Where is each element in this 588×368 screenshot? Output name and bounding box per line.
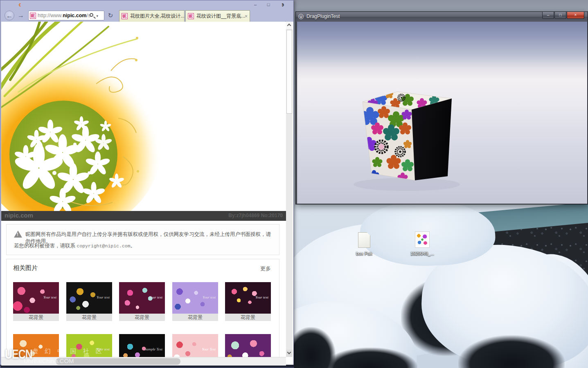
thumbnail-overlay-text: Your Text bbox=[202, 347, 216, 351]
warning-icon bbox=[14, 231, 22, 238]
copyright-notice: 昵图网所有作品均是用户自行上传分享并拥有版权或使用权，仅供网友学习交流，未经上传… bbox=[6, 224, 279, 255]
copyright-email[interactable]: copyright@nipic.com bbox=[77, 243, 130, 249]
thumbnail-overlay-text: Your text bbox=[43, 295, 56, 299]
back-button[interactable]: ← bbox=[5, 11, 14, 20]
nipic-watermark: nipic.com bbox=[5, 212, 33, 219]
vertical-scroll-thumb[interactable] bbox=[286, 30, 292, 114]
minimize-button[interactable]: – bbox=[542, 12, 554, 19]
scroll-up-button[interactable] bbox=[286, 22, 293, 29]
desktop-icon-label: 1529049_... bbox=[410, 251, 434, 256]
browser-titlebar[interactable]: – □ × bbox=[0, 0, 293, 9]
image-thumbnail-icon bbox=[415, 231, 430, 248]
unreal-app-icon: U bbox=[298, 14, 304, 19]
thumbnail-caption: 花背景 bbox=[225, 314, 271, 321]
window-titlebar[interactable]: U DragPluginTest – □ × bbox=[296, 12, 588, 22]
chevron-up-icon bbox=[287, 24, 291, 28]
chevron-down-icon bbox=[287, 350, 291, 355]
flower-artwork-image[interactable] bbox=[1, 22, 173, 212]
thumbnail-overlay-text: Your text bbox=[149, 295, 162, 299]
wallpaper-rock-crevice bbox=[286, 327, 336, 368]
page-content: nipic.com By:z7jh04869 No:20170 昵图网所有作品均… bbox=[1, 22, 293, 366]
tab-label: 花纹图片大全,花纹设计... bbox=[130, 13, 185, 19]
tab-favicon: 昵 bbox=[122, 13, 128, 19]
thumbnail-caption: 花背景 bbox=[119, 314, 165, 321]
related-thumbnail[interactable]: Your text bbox=[119, 282, 165, 314]
tab-flower-design-active[interactable]: 昵 花纹设计图__背景底... × bbox=[185, 10, 250, 22]
thumbnail-caption: 花背景 bbox=[13, 314, 59, 321]
notice-line2-period: 。 bbox=[131, 243, 136, 249]
thumbnail-overlay-text: Your text bbox=[97, 295, 110, 299]
carousel-prev-icon[interactable]: ‹ bbox=[18, 0, 21, 9]
maximize-button[interactable]: □ bbox=[262, 2, 275, 8]
dragplugintest-window: U DragPluginTest – □ × bbox=[295, 11, 588, 204]
related-thumbnail[interactable]: Your text bbox=[66, 282, 112, 314]
watermark-url-text: UnrealChina.COM bbox=[24, 357, 74, 364]
window-title: DragPluginTest bbox=[306, 13, 340, 19]
url-text-domain: nipic.com bbox=[63, 13, 86, 18]
thumbnail-overlay-text: Your text bbox=[203, 295, 216, 299]
more-link[interactable]: 更多 bbox=[260, 265, 271, 272]
tab-favicon: 昵 bbox=[188, 13, 194, 19]
image-info-bar: nipic.com By:z7jh04869 No:20170 bbox=[1, 211, 286, 221]
tab-flower-gallery[interactable]: 昵 花纹图片大全,花纹设计... bbox=[119, 10, 185, 22]
related-thumbnail[interactable]: Your text bbox=[172, 282, 218, 314]
file-icon bbox=[358, 232, 370, 248]
notice-line2: 若您的权利被侵害，请联系 copyright@nipic.com。 bbox=[14, 242, 272, 249]
horizontal-scroll-thumb[interactable] bbox=[56, 358, 180, 365]
wallpaper-rock-crevice bbox=[323, 348, 417, 368]
thumbnail-overlay-text: Your text bbox=[255, 295, 268, 299]
ie-browser-window: – □ × ← → 昵 http://www.nipic.com/s ▾ ↻ 昵… bbox=[0, 0, 294, 368]
minimize-button[interactable]: – bbox=[249, 2, 261, 8]
screen: box Pak 1529049_... U DragPluginTest – □… bbox=[0, 0, 588, 368]
thumbnail-caption: 花背景 bbox=[66, 314, 112, 321]
desktop-icon-box-pak[interactable]: box Pak bbox=[349, 232, 379, 257]
refresh-button[interactable]: ↻ bbox=[106, 11, 115, 20]
site-favicon: 昵 bbox=[30, 13, 36, 19]
tab-label: 花纹设计图__背景底... bbox=[196, 13, 245, 19]
watermark-chinese-text: 虚 幻 中 国 社 区 bbox=[32, 348, 104, 355]
flower-ball-illustration bbox=[1, 22, 173, 212]
close-button[interactable]: × bbox=[567, 12, 584, 19]
url-input[interactable]: 昵 http://www.nipic.com/s ▾ bbox=[28, 11, 104, 20]
scroll-down-button[interactable] bbox=[286, 350, 293, 357]
thumbnail-overlay-text: Sample Text bbox=[145, 347, 162, 351]
tab-close-icon[interactable]: × bbox=[245, 11, 248, 22]
related-thumbnail[interactable]: Your text bbox=[225, 282, 271, 314]
maximize-button[interactable]: □ bbox=[554, 12, 566, 19]
browser-navbar: ← → 昵 http://www.nipic.com/s ▾ ↻ 昵 花纹图片大… bbox=[0, 9, 293, 22]
desktop-icon-image-file[interactable]: 1529049_... bbox=[408, 231, 437, 257]
notice-line2-text: 若您的权利被侵害，请联系 bbox=[14, 243, 77, 249]
carousel-next-icon[interactable]: › bbox=[282, 0, 284, 9]
wallpaper-rock-crevice bbox=[458, 335, 565, 368]
flower-cube-3d bbox=[297, 22, 587, 204]
section-title: 相关图片 bbox=[13, 264, 38, 272]
url-text-prefix: http://www. bbox=[38, 13, 63, 18]
forward-button[interactable]: → bbox=[18, 11, 24, 20]
related-thumbnail[interactable]: Your text bbox=[13, 282, 59, 314]
vertical-scrollbar[interactable] bbox=[286, 22, 293, 357]
3d-viewport[interactable] bbox=[297, 22, 587, 204]
thumbnail-caption: 花背景 bbox=[172, 314, 218, 321]
search-icon[interactable] bbox=[90, 13, 93, 17]
search-dropdown-caret-icon[interactable]: ▾ bbox=[96, 11, 98, 20]
image-byline: By:z7jh04869 No:20170 bbox=[228, 213, 283, 218]
desktop-icon-label: box Pak bbox=[356, 251, 372, 256]
